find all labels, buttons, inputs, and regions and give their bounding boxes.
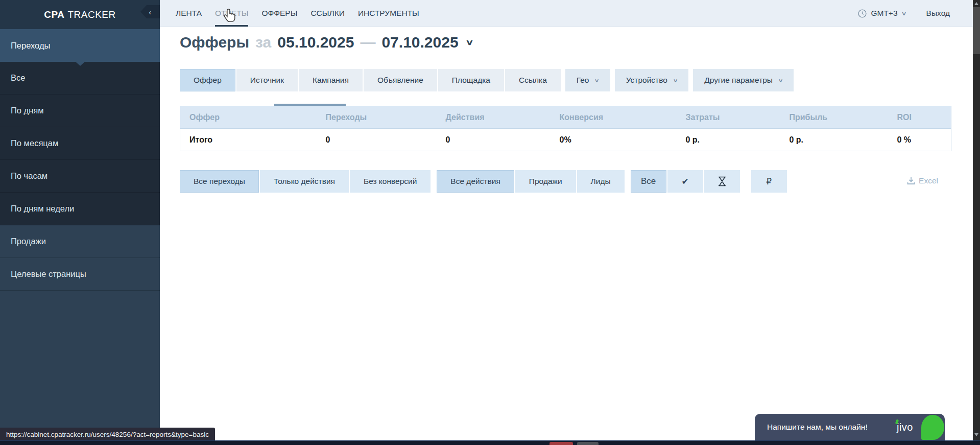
table-header-row: Оффер Переходы Действия Конверсия Затрат… xyxy=(180,106,951,129)
download-icon xyxy=(907,177,915,185)
filter-label: Все действия xyxy=(450,177,500,186)
totals-roi: 0 % xyxy=(888,129,951,151)
totals-transitions: 0 xyxy=(317,129,437,151)
chevron-left-icon: ‹ xyxy=(149,8,152,16)
other-params-dropdown[interactable]: Другие параметры ∨ xyxy=(693,69,794,91)
clock-icon xyxy=(858,9,867,18)
filter-sales[interactable]: Продажи xyxy=(515,170,576,193)
device-dropdown[interactable]: Устройство ∨ xyxy=(615,69,688,91)
sidebar-item-all[interactable]: Все xyxy=(0,62,160,95)
jivo-logo: jivo xyxy=(897,421,913,433)
col-header-roi[interactable]: ROI xyxy=(888,106,951,129)
tab-label: ИНСТРУМЕНТЫ xyxy=(358,9,419,18)
col-header-profit[interactable]: Прибыль xyxy=(780,106,888,129)
date-to[interactable]: 07.10.2025 xyxy=(381,34,458,51)
dim-tab-link[interactable]: Ссылка xyxy=(505,69,561,91)
filter-status-pending[interactable] xyxy=(704,170,740,193)
scroll-down-icon[interactable] xyxy=(974,433,978,436)
filter-all-transitions[interactable]: Все переходы xyxy=(180,170,259,193)
chevron-down-icon[interactable]: ∨ xyxy=(465,38,473,47)
filter-label: Без конверсий xyxy=(364,177,417,186)
chevron-down-icon: ∨ xyxy=(673,78,678,83)
collapse-sidebar-button[interactable]: ‹ xyxy=(140,5,160,18)
hourglass-icon xyxy=(718,176,726,186)
report-table: Оффер Переходы Действия Конверсия Затрат… xyxy=(180,106,951,151)
totals-profit: 0 р. xyxy=(780,129,888,151)
jivo-accent-icon xyxy=(895,419,899,424)
tab-feed[interactable]: ЛЕНТА xyxy=(176,0,202,27)
topbar: ЛЕНТА ОТЧЕТЫ ОФФЕРЫ ССЫЛКИ ИНСТРУМЕНТЫ G… xyxy=(160,0,973,27)
tab-label: ССЫЛКИ xyxy=(310,9,344,18)
filter-currency-ruble[interactable]: ₽ xyxy=(751,170,787,193)
dim-tab-ad[interactable]: Объявление xyxy=(364,69,437,91)
page-title: Офферы за 05.10.2025 — 07.10.2025 ∨ xyxy=(180,34,472,51)
taskbar-edge xyxy=(0,440,980,445)
top-navigation: ЛЕНТА ОТЧЕТЫ ОФФЕРЫ ССЫЛКИ ИНСТРУМЕНТЫ xyxy=(160,0,419,27)
filter-status-all[interactable]: Все xyxy=(631,170,666,193)
filter-label: Только действия xyxy=(274,177,335,186)
date-from[interactable]: 05.10.2025 xyxy=(277,34,354,51)
col-header-transitions[interactable]: Переходы xyxy=(317,106,437,129)
chevron-down-icon: ∨ xyxy=(901,10,906,17)
tab-label: ОФФЕРЫ xyxy=(261,9,297,18)
logo-bold: CPA xyxy=(44,9,64,20)
tab-label: Источник xyxy=(250,76,284,85)
dropdown-label: Устройство xyxy=(626,76,667,85)
sidebar-item-label: Все xyxy=(11,73,25,83)
report-preposition: за xyxy=(255,34,271,51)
chat-widget[interactable]: Напишите нам, мы онлайн! jivo xyxy=(755,414,945,440)
sidebar-item-transitions[interactable]: Переходы xyxy=(0,29,160,62)
taskbar-window-fragment xyxy=(577,442,599,445)
filter-only-actions[interactable]: Только действия xyxy=(260,170,349,193)
sidebar-item-by-hours[interactable]: По часам xyxy=(0,160,160,193)
timezone-label: GMT+3 xyxy=(871,9,897,18)
tab-label: Ссылка xyxy=(519,76,547,85)
sidebar-item-by-days[interactable]: По дням xyxy=(0,95,160,127)
tab-offers[interactable]: ОФФЕРЫ xyxy=(261,0,297,27)
filter-status-confirmed[interactable]: ✔ xyxy=(667,170,703,193)
sidebar-item-label: По дням недели xyxy=(11,204,74,214)
dim-tab-offer[interactable]: Оффер xyxy=(180,69,235,91)
col-header-conversion[interactable]: Конверсия xyxy=(551,106,677,129)
vertical-scrollbar[interactable] xyxy=(973,0,980,440)
totals-label: Итого xyxy=(180,129,317,151)
col-header-offer[interactable]: Оффер xyxy=(180,106,317,129)
scroll-up-icon[interactable] xyxy=(974,2,978,5)
mouse-cursor-icon xyxy=(223,8,237,24)
geo-dropdown[interactable]: Гео ∨ xyxy=(565,69,610,91)
report-entity: Офферы xyxy=(180,34,249,51)
filter-label: Все переходы xyxy=(194,177,245,186)
tab-label: Объявление xyxy=(377,76,423,85)
sidebar-item-landing-pages[interactable]: Целевые страницы xyxy=(0,258,160,291)
filter-no-conversions[interactable]: Без конверсий xyxy=(350,170,431,193)
sidebar-item-label: По часам xyxy=(11,171,47,181)
timezone-selector[interactable]: GMT+3 ∨ xyxy=(858,9,905,18)
dim-tab-campaign[interactable]: Кампания xyxy=(299,69,363,91)
filter-label: Лиды xyxy=(591,177,611,186)
checkmark-icon: ✔ xyxy=(681,176,688,187)
dim-tab-placement[interactable]: Площадка xyxy=(438,69,504,91)
col-header-costs[interactable]: Затраты xyxy=(677,106,780,129)
logout-button[interactable]: Выход xyxy=(926,9,950,18)
tab-tools[interactable]: ИНСТРУМЕНТЫ xyxy=(358,0,419,27)
totals-conversion: 0% xyxy=(551,129,677,151)
dim-tab-source[interactable]: Источник xyxy=(236,69,298,91)
tab-label: Оффер xyxy=(194,76,222,85)
export-excel-button[interactable]: Excel xyxy=(907,176,938,185)
status-bar: https://cabinet.cpatracker.ru/users/4825… xyxy=(0,428,215,441)
chat-message: Напишите нам, мы онлайн! xyxy=(755,423,868,432)
dimension-tabs-row: Оффер Источник Кампания Объявление Площа… xyxy=(180,69,794,91)
sidebar-item-by-months[interactable]: По месяцам xyxy=(0,127,160,160)
filter-label: Продажи xyxy=(529,177,562,186)
table-row-totals: Итого 0 0 0% 0 р. 0 р. 0 % xyxy=(180,129,951,151)
sidebar-item-by-weekdays[interactable]: По дням недели xyxy=(0,193,160,225)
filter-all-actions[interactable]: Все действия xyxy=(437,170,514,193)
sidebar-submenu: Все По дням По месяцам По часам По дням … xyxy=(0,62,160,225)
tab-links[interactable]: ССЫЛКИ xyxy=(310,0,344,27)
col-header-actions[interactable]: Действия xyxy=(437,106,551,129)
scrollbar-thumb[interactable] xyxy=(973,7,980,54)
ruble-icon: ₽ xyxy=(766,176,772,187)
sidebar-item-sales[interactable]: Продажи xyxy=(0,225,160,258)
filter-leads[interactable]: Лиды xyxy=(577,170,625,193)
filter-row: Все переходы Только действия Без конверс… xyxy=(180,170,787,193)
